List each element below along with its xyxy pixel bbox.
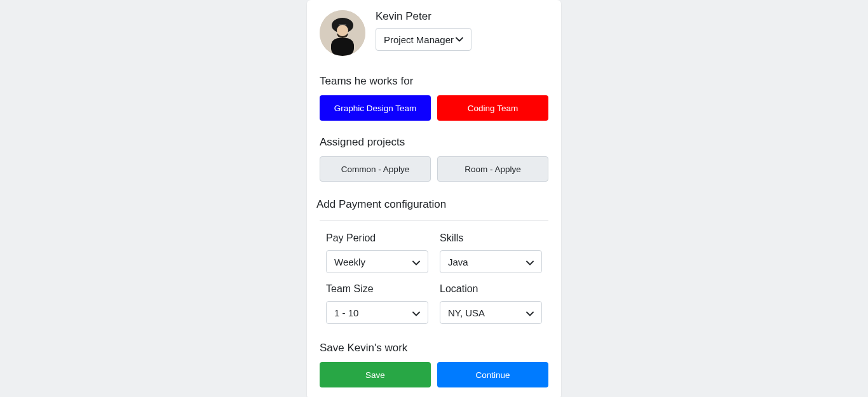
field-skills: Skills Java (440, 232, 542, 273)
user-name: Kevin Peter (376, 10, 547, 23)
teams-title: Teams he works for (320, 75, 548, 88)
svg-point-5 (337, 25, 348, 36)
team-button-graphic-design[interactable]: Graphic Design Team (320, 95, 431, 121)
payment-config-title: Add Payment configuration (316, 198, 548, 216)
pay-period-label: Pay Period (326, 232, 428, 244)
profile-info: Kevin Peter Project Manager (376, 10, 547, 51)
skills-value: Java (448, 257, 468, 267)
team-button-coding[interactable]: Coding Team (437, 95, 548, 121)
assigned-section: Assigned projects Common - Applye Room -… (307, 136, 561, 182)
fields-row-2: Team Size 1 - 10 Location NY, USA (326, 283, 542, 324)
pay-period-select[interactable]: Weekly (326, 250, 428, 273)
location-select[interactable]: NY, USA (440, 301, 542, 324)
avatar (320, 10, 365, 56)
chevron-down-icon (456, 36, 463, 43)
chevron-down-icon (526, 307, 534, 318)
continue-button[interactable]: Continue (437, 362, 548, 387)
role-select[interactable]: Project Manager (376, 28, 471, 51)
location-value: NY, USA (448, 307, 485, 318)
svg-rect-6 (331, 38, 354, 56)
skills-select[interactable]: Java (440, 250, 542, 273)
profile-header: Kevin Peter Project Manager (307, 0, 561, 64)
save-button[interactable]: Save (320, 362, 431, 387)
teams-row: Graphic Design Team Coding Team (320, 95, 548, 121)
assigned-title: Assigned projects (320, 136, 548, 149)
fields-row-1: Pay Period Weekly Skills Java (326, 232, 542, 273)
team-size-value: 1 - 10 (334, 307, 358, 318)
field-team-size: Team Size 1 - 10 (326, 283, 428, 324)
chevron-down-icon (412, 257, 420, 267)
save-title: Save Kevin's work (320, 342, 548, 354)
skills-label: Skills (440, 232, 542, 244)
role-select-value: Project Manager (384, 34, 454, 45)
chevron-down-icon (412, 307, 420, 318)
save-section: Save Kevin's work Save Continue (307, 342, 561, 397)
save-row: Save Continue (320, 362, 548, 387)
project-button-room[interactable]: Room - Applye (437, 156, 548, 182)
pay-period-value: Weekly (334, 257, 365, 267)
location-label: Location (440, 283, 542, 295)
field-pay-period: Pay Period Weekly (326, 232, 428, 273)
chevron-down-icon (526, 257, 534, 267)
payment-config-section: Add Payment configuration Pay Period Wee… (307, 198, 561, 324)
card: Kevin Peter Project Manager Teams he wor… (307, 0, 561, 397)
field-location: Location NY, USA (440, 283, 542, 324)
assigned-row: Common - Applye Room - Applye (320, 156, 548, 182)
teams-section: Teams he works for Graphic Design Team C… (307, 75, 561, 121)
project-button-common[interactable]: Common - Applye (320, 156, 431, 182)
team-size-select[interactable]: 1 - 10 (326, 301, 428, 324)
team-size-label: Team Size (326, 283, 428, 295)
